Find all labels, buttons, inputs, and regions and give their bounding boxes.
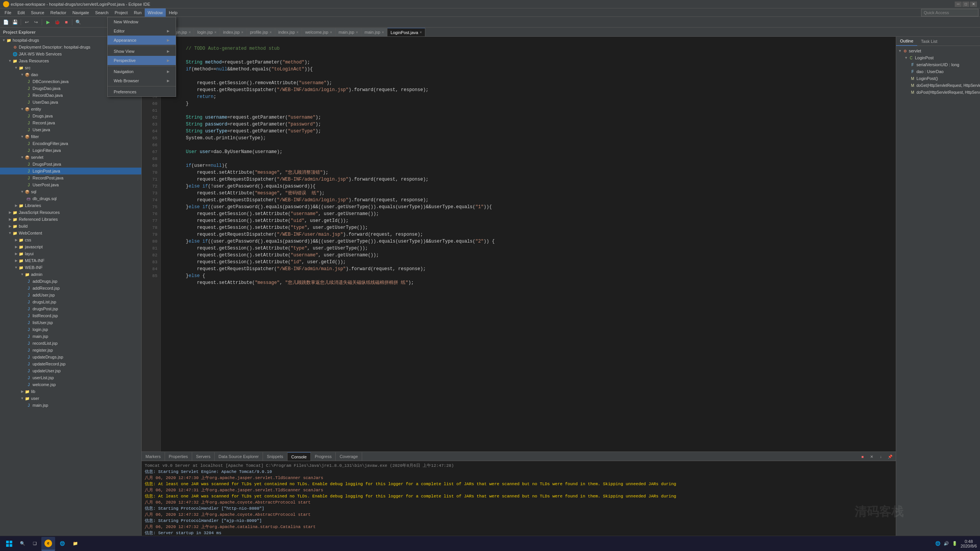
- menu-window[interactable]: Window: [145, 8, 166, 17]
- tree-loginpost[interactable]: J LoginPost.java: [0, 168, 141, 174]
- console-pin-btn[interactable]: 📌: [886, 452, 894, 461]
- tray-network-icon[interactable]: 🌐: [935, 541, 941, 546]
- toolbar-run-btn[interactable]: ▶: [44, 18, 52, 26]
- tree-updateuser[interactable]: J updateUser.jsp: [0, 367, 141, 374]
- tree-build[interactable]: ▶ 📁 build: [0, 223, 141, 230]
- code-content[interactable]: // TODO Auto-generated method stub Strin…: [161, 37, 896, 452]
- minimize-button[interactable]: ─: [955, 2, 962, 7]
- tree-addrecord[interactable]: J addRecord.jsp: [0, 285, 141, 292]
- tab-profile-jsp[interactable]: profile.jsp×: [247, 28, 275, 36]
- menu-edit[interactable]: Edit: [15, 8, 28, 17]
- tree-main-user[interactable]: J main.jsp: [0, 402, 141, 409]
- console-clear-btn[interactable]: ✕: [867, 452, 876, 461]
- tree-login-admin[interactable]: J login.jsp: [0, 326, 141, 333]
- tree-adduser[interactable]: J addUser.jsp: [0, 292, 141, 298]
- outline-doget[interactable]: M doGet(HttpServletRequest, HttpServletR…: [896, 82, 980, 89]
- tab-datasource[interactable]: Data Source Explorer: [215, 452, 263, 461]
- tree-drugs-java[interactable]: J Drugs.java: [0, 112, 141, 119]
- tree-listuser[interactable]: J listUser.jsp: [0, 319, 141, 326]
- outline-dao-field[interactable]: F dao : UserDao: [896, 68, 980, 75]
- tree-recordlist[interactable]: J recordList.jsp: [0, 340, 141, 347]
- tree-loginfilter[interactable]: J LoginFilter.java: [0, 147, 141, 154]
- tree-sql-pkg[interactable]: ▼ 📦 sql: [0, 188, 141, 195]
- tree-userdao[interactable]: J UserDao.java: [0, 99, 141, 106]
- menu-refactor[interactable]: Refactor: [47, 8, 70, 17]
- menu-appearance[interactable]: Appearance ▶: [108, 36, 176, 45]
- tree-userlist[interactable]: J userList.jsp: [0, 374, 141, 381]
- console-scroll-btn[interactable]: ↓: [877, 452, 885, 461]
- tray-volume-icon[interactable]: 🔊: [944, 541, 949, 546]
- tree-drugspost[interactable]: J DrugsPost.java: [0, 161, 141, 168]
- tree-drugspost-jsp[interactable]: J drugsPost.jsp: [0, 305, 141, 312]
- tree-adddrugs[interactable]: J addDrugs.jsp: [0, 278, 141, 285]
- menu-preferences[interactable]: Preferences: [108, 87, 176, 96]
- tab-console[interactable]: Console: [287, 452, 311, 461]
- outline-serial-uid[interactable]: F serialVersionUID : long: [896, 61, 980, 68]
- tree-layui[interactable]: ▶ 📁 layui: [0, 250, 141, 257]
- tree-main-admin[interactable]: J main.jsp: [0, 333, 141, 340]
- menu-help[interactable]: Help: [166, 8, 181, 17]
- menu-web-browser[interactable]: Web Browser ▶: [108, 76, 176, 85]
- tree-meta-inf[interactable]: ▶ 📁 META-INF: [0, 257, 141, 264]
- menu-navigate[interactable]: Navigate: [69, 8, 92, 17]
- toolbar-save-btn[interactable]: 💾: [11, 18, 19, 26]
- menu-source[interactable]: Source: [28, 8, 47, 17]
- outline-constructor[interactable]: M LoginPost(): [896, 75, 980, 82]
- tab-main-jsp-1[interactable]: main.jsp×: [336, 28, 362, 36]
- tab-main-jsp-2[interactable]: main.jsp×: [361, 28, 387, 36]
- start-button[interactable]: [3, 537, 15, 551]
- code-editor[interactable]: 51 52 53 54 55 56 57 58 59 60 61 62 63 6…: [142, 37, 896, 452]
- tree-filter[interactable]: ▼ 📦 filter: [0, 133, 141, 140]
- tree-recordpost[interactable]: J RecordPost.java: [0, 174, 141, 181]
- menu-show-view[interactable]: Show View ▶: [108, 47, 176, 56]
- tree-entity[interactable]: ▼ 📦 entity: [0, 106, 141, 112]
- tab-task-list[interactable]: Task List: [917, 37, 941, 46]
- tree-js-resources[interactable]: ▶ 📁 JavaScript Resources: [0, 209, 141, 216]
- tree-user-dir[interactable]: ▼ 📁 user: [0, 395, 141, 402]
- tree-lib[interactable]: ▶ 📁 lib: [0, 388, 141, 395]
- close-button[interactable]: ✕: [970, 2, 977, 7]
- menu-project[interactable]: Project: [111, 8, 131, 17]
- tray-battery-icon[interactable]: 🔋: [952, 541, 957, 546]
- toolbar-stop-btn[interactable]: ■: [62, 18, 70, 26]
- menu-file[interactable]: File: [2, 8, 15, 17]
- console-stop-btn[interactable]: ■: [858, 452, 867, 461]
- tree-db-sql[interactable]: 🗃 db_drugs.sql: [0, 195, 141, 202]
- tab-outline[interactable]: Outline: [896, 37, 917, 46]
- tree-webcontent[interactable]: ▼ 📁 WebContent: [0, 230, 141, 236]
- toolbar-debug-btn[interactable]: 🐞: [53, 18, 61, 26]
- toolbar-redo-btn[interactable]: ↪: [32, 18, 40, 26]
- tree-javascript[interactable]: ▶ 📁 javascript: [0, 243, 141, 250]
- toolbar-search-btn[interactable]: 🔍: [74, 18, 82, 26]
- tree-user-java[interactable]: J User.java: [0, 126, 141, 133]
- tab-snippets[interactable]: Snippets: [263, 452, 287, 461]
- tree-welcome[interactable]: J welcome.jsp: [0, 381, 141, 388]
- outline-dopost[interactable]: M doPost(HttpServletRequest, HttpServlet…: [896, 89, 980, 96]
- tree-updaterecord[interactable]: J updateRecord.jsp: [0, 360, 141, 367]
- tree-admin[interactable]: ▼ 📁 admin: [0, 271, 141, 278]
- tree-libraries[interactable]: ▶ 📁 Libraries: [0, 202, 141, 209]
- tab-servers[interactable]: Servers: [192, 452, 215, 461]
- tree-listrecord[interactable]: J listRecord.jsp: [0, 312, 141, 319]
- outline-servlet[interactable]: ▼ ⚙ servlet: [896, 47, 980, 54]
- tree-updatedrugs[interactable]: J updateDrugs.jsp: [0, 354, 141, 360]
- taskbar-chrome[interactable]: 🌐: [57, 537, 68, 551]
- menu-search[interactable]: Search: [92, 8, 112, 17]
- tab-progress[interactable]: Progress: [311, 452, 336, 461]
- menu-editor[interactable]: Editor ▶: [108, 26, 176, 36]
- tree-record-java[interactable]: J Record.java: [0, 119, 141, 126]
- tab-welcome-jsp[interactable]: welcome.jsp×: [302, 28, 335, 36]
- taskbar-eclipse[interactable]: e: [41, 537, 55, 551]
- tab-index-jsp-3[interactable]: index.jsp×: [275, 28, 302, 36]
- tree-drugslist[interactable]: J drugsList.jsp: [0, 298, 141, 305]
- taskbar-taskview[interactable]: ❑: [30, 537, 40, 551]
- tab-index-jsp-2[interactable]: index.jsp×: [220, 28, 247, 36]
- taskbar-search[interactable]: 🔍: [17, 537, 28, 551]
- outline-loginpost[interactable]: ▼ C LoginPost: [896, 54, 980, 61]
- tab-loginpost-java[interactable]: LoginPost.java×: [387, 28, 425, 36]
- menu-new-window[interactable]: New Window: [108, 17, 176, 26]
- toolbar-new-btn[interactable]: 📄: [2, 18, 10, 26]
- taskbar-explorer[interactable]: 📁: [70, 537, 81, 551]
- tree-css[interactable]: ▶ 📁 css: [0, 236, 141, 243]
- menu-perspective[interactable]: Perspective ▶: [108, 56, 176, 65]
